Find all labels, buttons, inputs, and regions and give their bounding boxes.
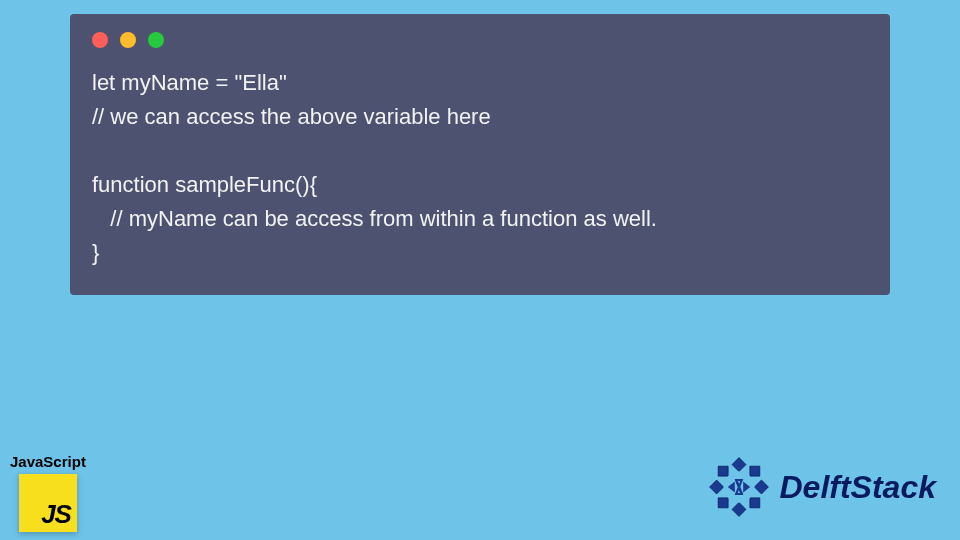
delftstack-brand: DelftStack xyxy=(704,452,937,522)
maximize-dot-icon xyxy=(148,32,164,48)
window-traffic-lights xyxy=(92,32,868,48)
delftstack-name: DelftStack xyxy=(780,469,937,506)
javascript-label: JavaScript xyxy=(10,453,86,470)
javascript-badge: JavaScript xyxy=(10,453,86,532)
svg-marker-6 xyxy=(709,480,723,494)
javascript-icon xyxy=(19,474,77,532)
svg-marker-4 xyxy=(732,502,746,516)
code-window: let myName = "Ella" // we can access the… xyxy=(70,14,890,295)
svg-marker-2 xyxy=(754,480,768,494)
close-dot-icon xyxy=(92,32,108,48)
delftstack-logo-icon xyxy=(704,452,774,522)
minimize-dot-icon xyxy=(120,32,136,48)
code-block: let myName = "Ella" // we can access the… xyxy=(92,66,868,271)
svg-marker-0 xyxy=(732,458,746,472)
